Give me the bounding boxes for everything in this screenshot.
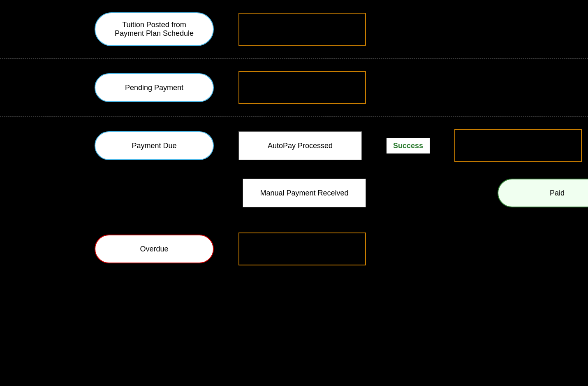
- rect-autopay-processed-label: AutoPay Processed: [268, 142, 333, 150]
- rect-section-3-row1: [454, 129, 582, 162]
- rect-section-4: [238, 233, 366, 265]
- success-text: Success: [393, 142, 423, 150]
- pill-pending-payment[interactable]: Pending Payment: [95, 73, 214, 102]
- pill-tuition-posted-label: Tuition Posted from Payment Plan Schedul…: [115, 21, 194, 38]
- pill-tuition-posted[interactable]: Tuition Posted from Payment Plan Schedul…: [95, 12, 214, 46]
- success-badge: Success: [387, 138, 430, 153]
- pill-overdue[interactable]: Overdue: [95, 235, 214, 263]
- pill-payment-due[interactable]: Payment Due: [95, 131, 214, 160]
- rect-autopay-processed: AutoPay Processed: [238, 131, 362, 160]
- section-3-row2: Manual Payment Received Paid: [243, 179, 493, 207]
- pill-pending-payment-label: Pending Payment: [125, 84, 183, 92]
- pill-overdue-label: Overdue: [140, 245, 168, 253]
- rect-manual-payment-label: Manual Payment Received: [260, 189, 348, 198]
- section-2: Pending Payment: [0, 59, 588, 116]
- rect-section-1: [238, 13, 366, 46]
- section-4: Overdue: [0, 220, 588, 278]
- rect-manual-payment: Manual Payment Received: [243, 179, 366, 207]
- pill-paid-label: Paid: [550, 189, 565, 198]
- pill-paid[interactable]: Paid: [498, 179, 588, 207]
- section-1: Tuition Posted from Payment Plan Schedul…: [0, 0, 588, 58]
- section-3: Payment Due AutoPay Processed Success Ma…: [0, 117, 588, 220]
- pill-payment-due-label: Payment Due: [132, 142, 176, 150]
- rect-section-2: [238, 71, 366, 104]
- section-3-row1: Payment Due AutoPay Processed Success: [95, 129, 493, 162]
